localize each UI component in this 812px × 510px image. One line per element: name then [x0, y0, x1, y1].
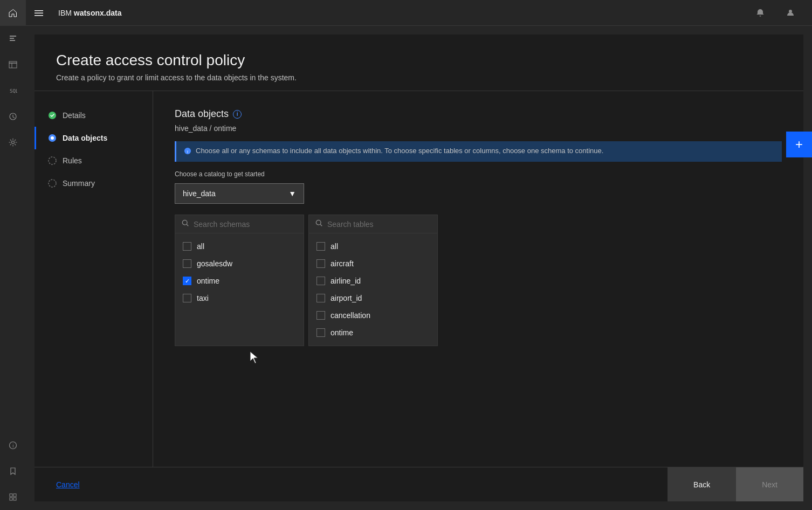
svg-point-23: [49, 180, 56, 187]
nav-history[interactable]: [0, 104, 26, 129]
cancel-area: Cancel: [35, 480, 101, 489]
schemas-panel: all gosalesdw ontime: [175, 215, 304, 346]
step-summary-label: Summary: [63, 179, 95, 188]
wizard-step-rules[interactable]: Rules: [35, 149, 153, 172]
breadcrumb: hive_data / ontime: [175, 124, 782, 133]
page-header: Create access control policy Create a po…: [35, 35, 803, 91]
notification-icon[interactable]: [747, 0, 773, 26]
svg-rect-1: [10, 38, 14, 39]
schema-item-ontime[interactable]: ontime: [175, 272, 304, 290]
table-label-airport-id: airport_id: [331, 294, 362, 302]
page-title: Create access control policy: [56, 52, 782, 69]
table-checkbox-all[interactable]: [316, 242, 325, 251]
table-label-ontime: ontime: [331, 328, 353, 337]
step-completed-icon: [47, 111, 57, 120]
step-pending-icon-rules: [47, 156, 57, 166]
page-subtitle: Create a policy to grant or limit access…: [56, 73, 782, 82]
nav-bookmark[interactable]: [0, 458, 26, 484]
schema-checkbox-taxi[interactable]: [183, 294, 191, 302]
table-label-airline-id: airline_id: [331, 277, 361, 285]
svg-line-29: [320, 224, 322, 226]
tables-search-header: [309, 215, 437, 233]
schema-label-ontime: ontime: [197, 277, 219, 285]
schemas-search-input[interactable]: [194, 220, 297, 229]
schemas-search-header: [175, 215, 304, 233]
table-item-ontime[interactable]: ontime: [309, 324, 437, 341]
schema-label-gosalesdw: gosalesdw: [197, 259, 232, 268]
nav-info[interactable]: i: [0, 432, 26, 458]
svg-rect-15: [35, 10, 43, 11]
table-item-all[interactable]: all: [309, 238, 437, 255]
wizard-layout: Details Data objects Rules: [35, 91, 803, 467]
add-icon: +: [795, 137, 803, 152]
schema-checkbox-all[interactable]: [183, 242, 191, 251]
nav-queries[interactable]: [0, 26, 26, 52]
nav-settings[interactable]: [0, 129, 26, 155]
table-checkbox-airport-id[interactable]: [316, 294, 325, 302]
table-label-aircraft: aircraft: [331, 259, 354, 268]
nav-grid[interactable]: [0, 484, 26, 510]
cancel-button[interactable]: Cancel: [56, 480, 80, 489]
tables-items: all aircraft airline_id: [309, 233, 437, 346]
table-item-airline-id[interactable]: airline_id: [309, 272, 437, 290]
step-pending-icon-summary: [47, 178, 57, 188]
user-icon[interactable]: [777, 0, 803, 26]
table-checkbox-aircraft[interactable]: [316, 259, 325, 268]
nav-tables[interactable]: [0, 52, 26, 78]
svg-line-27: [187, 224, 188, 226]
wizard-step-data-objects[interactable]: Data objects: [35, 127, 153, 149]
table-item-cancellation[interactable]: cancellation: [309, 307, 437, 324]
nav-home[interactable]: [0, 0, 26, 26]
table-label-cancellation: cancellation: [331, 311, 370, 320]
catalog-dropdown-value: hive_data: [183, 189, 216, 198]
nav-sql[interactable]: SQL: [0, 78, 26, 104]
svg-rect-0: [10, 36, 16, 37]
schemas-search-icon: [182, 219, 189, 229]
topbar: IBM watsonx.data: [26, 0, 812, 26]
schema-label-all: all: [197, 242, 204, 251]
svg-text:i: i: [187, 149, 188, 154]
table-checkbox-cancellation[interactable]: [316, 311, 325, 320]
table-item-aircraft[interactable]: aircraft: [309, 255, 437, 272]
page-container: Create access control policy Create a po…: [35, 35, 803, 501]
section-title: Data objects i: [175, 108, 782, 120]
panels-row: all gosalesdw ontime: [175, 215, 782, 346]
wizard-step-summary[interactable]: Summary: [35, 172, 153, 195]
svg-point-21: [51, 136, 54, 140]
schema-item-gosalesdw[interactable]: gosalesdw: [175, 255, 304, 272]
topbar-actions: [747, 0, 803, 26]
wizard-step-details[interactable]: Details: [35, 104, 153, 127]
schema-item-taxi[interactable]: taxi: [175, 290, 304, 307]
step-data-objects-label: Data objects: [63, 134, 107, 142]
svg-rect-12: [13, 494, 16, 497]
step-rules-label: Rules: [63, 156, 82, 165]
tables-panel: all aircraft airline_id: [308, 215, 438, 346]
schema-item-all[interactable]: all: [175, 238, 304, 255]
table-checkbox-airline-id[interactable]: [316, 277, 325, 285]
svg-rect-4: [9, 63, 17, 68]
menu-toggle-button[interactable]: [26, 0, 52, 26]
schema-checkbox-gosalesdw[interactable]: [183, 259, 191, 268]
svg-point-22: [49, 157, 56, 164]
app-shell: IBM watsonx.data Create access control p…: [26, 0, 812, 510]
svg-point-28: [316, 220, 321, 225]
catalog-dropdown-container: hive_data ▼: [175, 183, 782, 204]
tables-search-icon: [315, 219, 323, 229]
info-tooltip-icon[interactable]: i: [233, 110, 242, 119]
schema-label-taxi: taxi: [197, 294, 209, 302]
svg-rect-13: [10, 498, 12, 500]
step-details-label: Details: [63, 111, 86, 120]
table-item-airport-id[interactable]: airport_id: [309, 290, 437, 307]
next-button[interactable]: Next: [736, 467, 803, 501]
catalog-dropdown[interactable]: hive_data ▼: [175, 183, 304, 204]
table-checkbox-ontime[interactable]: [316, 328, 325, 337]
info-banner-icon: i: [184, 147, 191, 156]
schema-checkbox-ontime[interactable]: [183, 277, 191, 285]
section-title-text: Data objects: [175, 108, 229, 120]
nav-rail: SQL i: [0, 0, 26, 510]
back-button[interactable]: Back: [668, 467, 736, 501]
tables-search-input[interactable]: [327, 220, 431, 229]
svg-rect-2: [10, 40, 15, 41]
bottom-bar: Cancel Back Next: [35, 467, 803, 501]
add-button[interactable]: +: [786, 132, 812, 157]
